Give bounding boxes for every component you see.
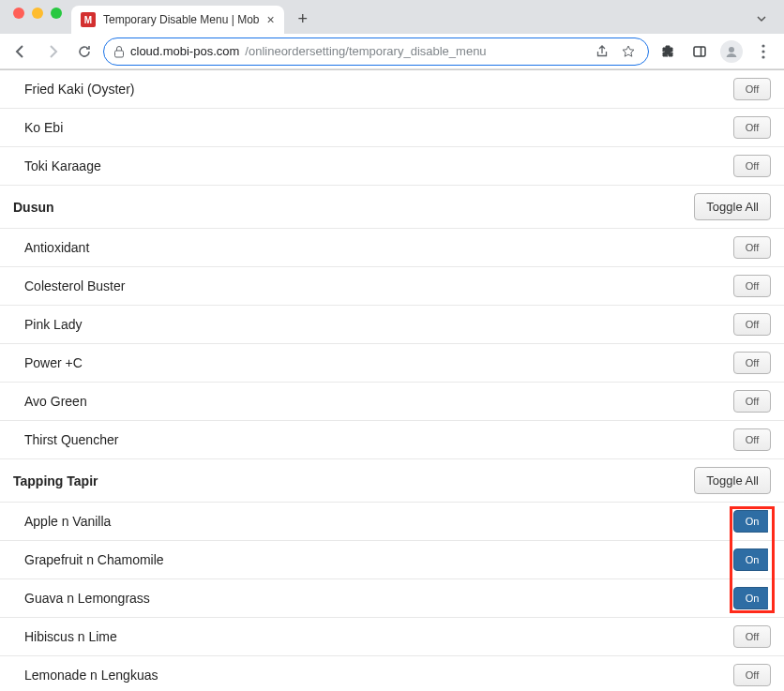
svg-point-3 <box>729 47 734 53</box>
menu-item-row: Fried Kaki (Oyster)Off <box>0 70 784 109</box>
address-bar[interactable]: cloud.mobi-pos.com/onlineordersetting/te… <box>103 38 649 66</box>
menu-item-row: Pink LadyOff <box>0 306 784 344</box>
svg-point-5 <box>761 50 764 53</box>
menu-item-row: Grapefruit n ChamomileOn <box>0 541 784 579</box>
back-button[interactable] <box>8 38 34 65</box>
item-toggle[interactable]: Off <box>733 275 771 297</box>
menu-item-label: Toki Karaage <box>24 158 101 173</box>
menu-item-label: Antioxidant <box>24 240 89 255</box>
category-row: DusunToggle All <box>0 186 784 229</box>
reload-button[interactable] <box>71 38 98 65</box>
lock-icon <box>113 45 125 58</box>
menu-item-row: Hibiscus n LimeOff <box>0 618 784 656</box>
menu-item-row: AntioxidantOff <box>0 229 784 267</box>
menu-item-row: Lemonade n LengkuasOff <box>0 656 784 691</box>
item-toggle[interactable]: Off <box>733 155 771 177</box>
toggle-all-button[interactable]: Toggle All <box>694 467 771 494</box>
item-toggle[interactable]: Off <box>733 78 771 100</box>
item-toggle[interactable]: Off <box>733 116 771 139</box>
menu-item-label: Avo Green <box>24 394 87 409</box>
browser-toolbar: cloud.mobi-pos.com/onlineordersetting/te… <box>0 34 784 69</box>
toggle-all-button[interactable]: Toggle All <box>694 193 771 220</box>
svg-rect-1 <box>694 47 705 56</box>
svg-rect-0 <box>115 51 124 57</box>
item-toggle[interactable]: Off <box>733 428 771 451</box>
menu-item-label: Grapefruit n Chamomile <box>24 552 164 567</box>
item-toggle[interactable]: Off <box>733 236 771 259</box>
window-maximize-button[interactable] <box>51 8 62 19</box>
window-controls <box>8 8 71 26</box>
menu-item-row: Thirst QuencherOff <box>0 421 784 459</box>
browser-tab[interactable]: M Temporary Disable Menu | Mob × <box>71 6 284 34</box>
menu-item-label: Hibiscus n Lime <box>24 629 117 644</box>
item-toggle[interactable]: Off <box>733 313 771 336</box>
menu-item-label: Colesterol Buster <box>24 278 125 293</box>
category-label: Tapping Tapir <box>13 473 98 488</box>
item-toggle[interactable]: Off <box>733 625 771 648</box>
item-toggle[interactable]: Off <box>733 390 771 413</box>
menu-item-label: Lemonade n Lengkuas <box>24 668 158 683</box>
item-toggle[interactable]: Off <box>733 664 771 686</box>
close-tab-button[interactable]: × <box>267 12 275 27</box>
tab-title: Temporary Disable Menu | Mob <box>103 13 260 26</box>
window-close-button[interactable] <box>13 8 24 19</box>
new-tab-button[interactable]: + <box>290 6 316 32</box>
url-path: /onlineordersetting/temporary_disable_me… <box>245 44 486 58</box>
extensions-icon[interactable] <box>655 38 681 65</box>
item-toggle[interactable]: On <box>733 510 771 533</box>
tab-strip: M Temporary Disable Menu | Mob × + <box>0 0 784 34</box>
menu-item-row: Colesterol BusterOff <box>0 267 784 306</box>
category-row: Tapping TapirToggle All <box>0 459 784 503</box>
menu-item-label: Ko Ebi <box>24 120 63 135</box>
category-label: Dusun <box>13 200 54 215</box>
profile-avatar[interactable] <box>718 38 745 65</box>
menu-item-row: Avo GreenOff <box>0 383 784 421</box>
tabs-dropdown-button[interactable] <box>750 8 773 30</box>
menu-item-label: Pink Lady <box>24 317 82 332</box>
bookmark-star-icon[interactable] <box>618 45 639 58</box>
menu-item-row: Ko EbiOff <box>0 109 784 147</box>
item-toggle[interactable]: On <box>733 587 771 609</box>
menu-item-label: Guava n Lemongrass <box>24 591 150 606</box>
window-minimize-button[interactable] <box>32 8 43 19</box>
menu-item-label: Power +C <box>24 355 83 370</box>
favicon: M <box>81 12 96 27</box>
svg-point-4 <box>761 44 764 47</box>
item-toggle[interactable]: Off <box>733 352 771 374</box>
menu-item-row: Apple n VanillaOn <box>0 503 784 541</box>
sidepanel-icon[interactable] <box>686 38 713 65</box>
item-toggle[interactable]: On <box>733 548 771 571</box>
browser-chrome: M Temporary Disable Menu | Mob × + cloud… <box>0 0 784 70</box>
menu-item-row: Guava n LemongrassOn <box>0 579 784 618</box>
kebab-menu-icon[interactable] <box>750 38 776 65</box>
svg-point-6 <box>761 55 764 58</box>
menu-list: Fried Kaki (Oyster)OffKo EbiOffToki Kara… <box>0 70 784 691</box>
menu-item-label: Thirst Quencher <box>24 432 118 447</box>
menu-item-label: Fried Kaki (Oyster) <box>24 82 134 97</box>
menu-item-row: Power +COff <box>0 344 784 383</box>
url-host: cloud.mobi-pos.com <box>130 44 239 58</box>
menu-item-row: Toki KaraageOff <box>0 147 784 186</box>
forward-button[interactable] <box>39 38 66 65</box>
share-icon[interactable] <box>592 45 612 58</box>
menu-item-label: Apple n Vanilla <box>24 514 111 529</box>
